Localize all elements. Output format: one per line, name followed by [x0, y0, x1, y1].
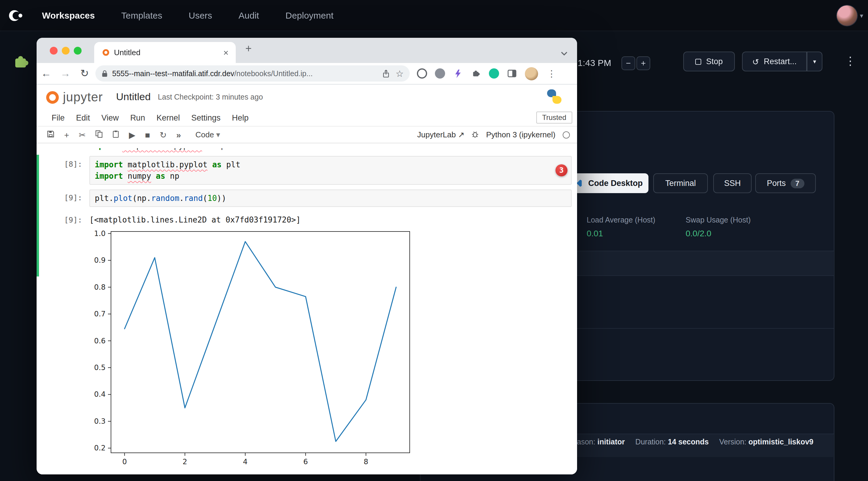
nav-deployment[interactable]: Deployment — [285, 10, 334, 21]
forward-button[interactable]: → — [56, 67, 75, 79]
debugger-bug-icon[interactable] — [472, 130, 479, 139]
restart-run-all-button[interactable]: » — [176, 130, 180, 139]
cut-cell-button[interactable]: ✂ — [79, 130, 86, 139]
jupyter-brand: jupyter — [63, 90, 103, 104]
address-bar[interactable]: 5555--main--test--matifali.atif.cdr.dev/… — [95, 65, 410, 82]
duration-label: Duration: — [635, 438, 665, 446]
load-average-label: Load Average (Host) — [587, 216, 655, 224]
duration-value: 14 seconds — [668, 438, 709, 446]
jupyter-header: jupyter Untitled Last Checkpoint: 3 minu… — [37, 85, 577, 110]
user-avatar[interactable] — [837, 5, 858, 26]
clipped-cell-line: import matplotlib.pyplot as plt — [89, 148, 577, 152]
new-tab-button[interactable]: + — [245, 42, 252, 55]
svg-text:2: 2 — [183, 458, 187, 466]
svg-text:0.3: 0.3 — [94, 417, 105, 425]
reload-button[interactable]: ↻ — [75, 67, 94, 80]
shield-extension-icon[interactable] — [435, 68, 445, 78]
menu-edit[interactable]: Edit — [76, 114, 90, 122]
svg-text:0.8: 0.8 — [94, 283, 105, 291]
vscode-label: Code Desktop — [588, 179, 643, 188]
paste-cell-button[interactable] — [112, 130, 119, 139]
interrupt-kernel-button[interactable]: ■ — [145, 130, 150, 139]
zoom-in-button[interactable]: + — [637, 56, 650, 70]
share-icon[interactable] — [382, 69, 390, 78]
ssh-button[interactable]: SSH — [713, 173, 752, 193]
back-button[interactable]: ← — [37, 67, 56, 79]
cell-type-select[interactable]: Code ▾ — [195, 130, 220, 139]
nav-users[interactable]: Users — [189, 10, 212, 21]
grammar-extension-icon[interactable] — [489, 68, 499, 78]
menu-kernel[interactable]: Kernel — [157, 114, 180, 122]
lightning-extension-icon[interactable] — [453, 68, 463, 78]
top-navigation: Workspaces Templates Users Audit Deploym… — [0, 0, 868, 31]
input-prompt: [9]: — [37, 190, 89, 207]
browser-menu-icon[interactable]: ⋮ — [547, 68, 556, 79]
url-text: 5555--main--test--matifali.atif.cdr.dev/… — [112, 69, 382, 78]
code-editor[interactable]: plt.plot(np.random.rand(10)) — [89, 190, 572, 207]
notebook-title[interactable]: Untitled — [116, 91, 151, 103]
nav-workspaces[interactable]: Workspaces — [42, 10, 95, 21]
line-chart: 0.20.30.40.50.60.70.80.91.002468 — [89, 227, 425, 468]
save-button[interactable] — [47, 130, 55, 139]
close-tab-icon[interactable]: × — [222, 47, 230, 58]
vscode-desktop-button[interactable]: Code Desktop — [570, 173, 648, 193]
restart-workspace-button[interactable]: ↺ Restart... — [742, 52, 807, 71]
tab-search-chevron-icon[interactable] — [561, 47, 567, 58]
svg-text:0.7: 0.7 — [94, 310, 105, 318]
extensions-puzzle-icon[interactable] — [471, 68, 481, 78]
matplotlib-figure: 0.20.30.40.50.60.70.80.91.002468 — [89, 227, 577, 470]
output-area: [9]: [<matplotlib.lines.Line2D at 0x7fd0… — [37, 214, 577, 224]
fullscreen-window-button[interactable] — [74, 47, 82, 55]
nav-audit[interactable]: Audit — [239, 10, 259, 21]
svg-text:0.2: 0.2 — [94, 444, 105, 452]
jupyter-favicon-icon — [102, 49, 109, 56]
restart-label: Restart... — [764, 57, 797, 66]
svg-text:1.0: 1.0 — [94, 229, 105, 238]
browser-profile-avatar[interactable] — [525, 67, 538, 80]
run-cell-button[interactable]: ▶ — [129, 130, 135, 139]
version-value: optimistic_liskov9 — [748, 438, 813, 446]
swap-usage-label: Swap Usage (Host) — [686, 216, 751, 224]
menu-file[interactable]: File — [52, 114, 65, 122]
restart-options-chevron[interactable]: ▾ — [807, 52, 823, 71]
close-window-button[interactable] — [50, 47, 58, 55]
add-cell-button[interactable]: + — [64, 130, 69, 139]
kernel-status-icon — [563, 131, 570, 138]
copy-cell-button[interactable] — [95, 130, 102, 139]
bookmark-star-icon[interactable]: ☆ — [396, 68, 404, 79]
jupyter-menubar: File Edit View Run Kernel Settings Help … — [37, 110, 577, 127]
browser-toolbar: ← → ↻ 5555--main--test--matifali.atif.cd… — [37, 63, 577, 85]
input-prompt: [8]: — [37, 156, 89, 185]
kernel-name[interactable]: Python 3 (ipykernel) — [486, 130, 555, 139]
menu-view[interactable]: View — [101, 114, 119, 122]
menu-help[interactable]: Help — [232, 114, 249, 122]
stop-workspace-button[interactable]: Stop — [683, 52, 735, 71]
open-jupyterlab-link[interactable]: JupyterLab ↗ — [417, 130, 465, 139]
terminal-button[interactable]: Terminal — [653, 173, 708, 193]
menu-run[interactable]: Run — [130, 114, 145, 122]
puzzle-extension-icon[interactable] — [12, 53, 30, 73]
nav-items: Workspaces Templates Users Audit Deploym… — [42, 10, 334, 21]
browser-tab[interactable]: Untitled × — [94, 42, 236, 63]
password-manager-extension-icon[interactable] — [417, 68, 427, 78]
ports-button[interactable]: Ports 7 — [755, 173, 816, 193]
workspace-menu-icon[interactable]: ⋮ — [845, 54, 856, 68]
ssh-label: SSH — [724, 179, 741, 188]
notification-badge[interactable]: 3 — [555, 164, 567, 176]
code-editor[interactable]: import matplotlib.pyplot as plt import n… — [89, 156, 572, 185]
splitview-extension-icon[interactable] — [507, 68, 517, 78]
browser-window: Untitled × + ← → ↻ 5555--main--test--mat… — [37, 38, 577, 474]
minimize-window-button[interactable] — [62, 47, 70, 55]
chevron-down-icon: ▾ — [216, 130, 220, 139]
url-host: 5555--main--test--matifali.atif.cdr.dev — [112, 69, 234, 78]
trusted-button[interactable]: Trusted — [536, 111, 572, 124]
version-label: Version: — [719, 438, 746, 446]
menu-settings[interactable]: Settings — [191, 114, 221, 122]
code-cell: [8]: import matplotlib.pyplot as plt imp… — [37, 156, 577, 185]
zoom-out-button[interactable]: − — [621, 56, 635, 70]
app-logo-icon[interactable] — [4, 0, 28, 31]
nav-templates[interactable]: Templates — [121, 10, 162, 21]
restart-kernel-button[interactable]: ↻ — [160, 130, 166, 139]
chevron-down-icon[interactable]: ▾ — [860, 12, 863, 20]
svg-text:0.9: 0.9 — [94, 256, 105, 264]
